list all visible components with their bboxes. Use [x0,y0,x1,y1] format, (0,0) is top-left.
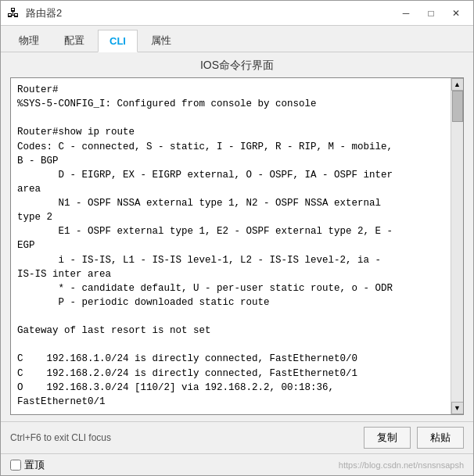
title-bar: 🖧 路由器2 ─ □ ✕ [1,1,473,26]
tab-config[interactable]: 配置 [52,28,96,52]
scrollbar-thumb[interactable] [452,91,463,122]
title-bar-controls: ─ □ ✕ [395,5,467,22]
terminal-output[interactable]: Router# %SYS-5-CONFIG_I: Configured from… [11,78,451,414]
bottom-buttons: 复制 粘贴 [364,427,464,449]
watermark: https://blog.csdn.net/nsnsnsapsh [339,460,464,470]
pin-top-checkbox[interactable] [10,460,21,471]
scrollbar-down-button[interactable]: ▼ [451,402,464,414]
title-bar-left: 🖧 路由器2 [7,6,62,20]
tab-properties[interactable]: 属性 [139,28,183,52]
close-button[interactable]: ✕ [445,5,467,22]
scrollbar-track[interactable] [451,91,463,402]
maximize-button[interactable]: □ [420,5,442,22]
window-title: 路由器2 [26,6,62,20]
bottom-bar: Ctrl+F6 to exit CLI focus 复制 粘贴 [1,421,473,453]
paste-button[interactable]: 粘贴 [417,427,464,449]
tab-physics[interactable]: 物理 [7,28,51,52]
cli-hint: Ctrl+F6 to exit CLI focus [10,432,111,443]
main-content: IOS命令行界面 Router# %SYS-5-CONFIG_I: Config… [1,52,473,421]
tab-cli[interactable]: CLI [98,30,138,52]
app-icon: 🖧 [7,6,21,20]
footer-bar: 置顶 https://blog.csdn.net/nsnsnsapsh [1,453,473,475]
pin-top-label[interactable]: 置顶 [10,458,45,472]
scrollbar-up-button[interactable]: ▲ [451,78,464,91]
minimize-button[interactable]: ─ [395,5,417,22]
tabs-bar: 物理 配置 CLI 属性 [1,26,473,52]
panel-title: IOS命令行界面 [10,59,464,73]
terminal-container: Router# %SYS-5-CONFIG_I: Configured from… [10,77,464,415]
main-window: 🖧 路由器2 ─ □ ✕ 物理 配置 CLI 属性 IOS命令行界面 Route… [0,0,474,476]
pin-top-text: 置顶 [24,458,45,472]
scrollbar: ▲ ▼ [451,78,463,414]
copy-button[interactable]: 复制 [364,427,411,449]
